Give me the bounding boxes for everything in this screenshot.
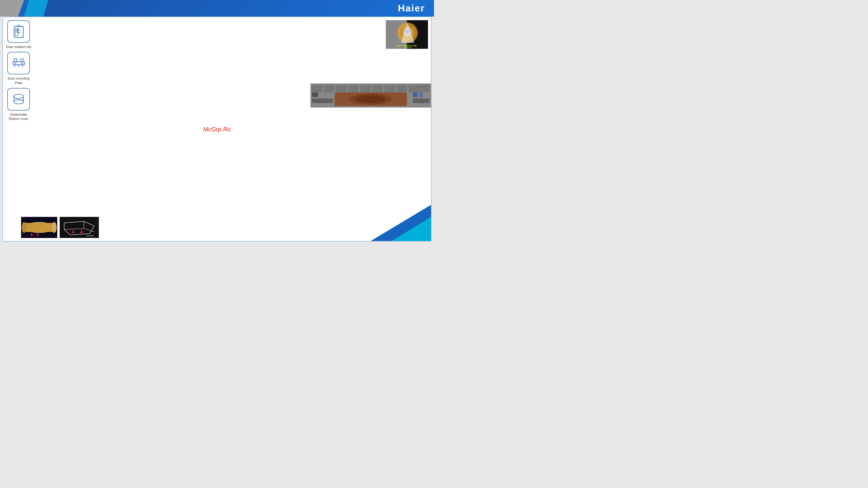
thumbnail-cover-diagram: DAWN xyxy=(60,217,99,238)
header: Haier xyxy=(0,0,434,17)
svg-rect-38 xyxy=(408,85,419,93)
svg-rect-35 xyxy=(372,85,383,93)
svg-rect-30 xyxy=(312,85,322,93)
svg-point-42 xyxy=(355,96,386,103)
svg-text:168mm: 168mm xyxy=(404,46,412,49)
icon-box-mounting xyxy=(7,52,30,74)
svg-rect-43 xyxy=(413,93,417,97)
brand-logo: Haier xyxy=(398,3,425,14)
cover-label: Detachable Bottom cover xyxy=(9,112,28,121)
svg-rect-50 xyxy=(24,223,54,232)
thumbnail-cylinder xyxy=(21,217,57,238)
svg-point-52 xyxy=(52,222,57,233)
svg-point-11 xyxy=(15,63,16,64)
svg-rect-36 xyxy=(384,85,395,93)
svg-text:DAWN: DAWN xyxy=(86,234,94,237)
bottom-right-pcb-image xyxy=(310,84,431,107)
sidebar-item-easy-mounting-plate: Easy mounting Plate xyxy=(6,52,31,85)
svg-rect-34 xyxy=(360,85,371,93)
sidebar-item-easy-support-clip: Easy support clip xyxy=(6,20,31,49)
svg-rect-32 xyxy=(336,85,347,93)
mounting-label: Easy mounting Plate xyxy=(8,76,30,85)
clip-icon xyxy=(11,24,26,39)
svg-rect-37 xyxy=(396,85,407,93)
clip-label: Easy support clip xyxy=(6,44,31,49)
cover-icon xyxy=(11,92,26,107)
svg-rect-47 xyxy=(312,98,333,103)
icon-box-cover xyxy=(7,88,30,110)
svg-point-51 xyxy=(22,222,27,233)
cover-removal-diagram: DAWN xyxy=(60,217,99,238)
left-sidebar: Easy support clip xyxy=(6,20,31,121)
svg-point-13 xyxy=(14,94,24,98)
watermark: McGrp.Ru xyxy=(203,126,230,133)
svg-rect-31 xyxy=(324,85,335,93)
bottom-right-decoration xyxy=(371,205,431,241)
mounting-icon xyxy=(11,56,26,71)
bottom-thumbnails: DAWN xyxy=(21,217,99,238)
svg-rect-39 xyxy=(419,85,430,93)
cylinder-arrow-diagram xyxy=(21,217,57,238)
svg-rect-33 xyxy=(348,85,359,93)
svg-rect-44 xyxy=(419,93,423,97)
icon-box-clip xyxy=(7,20,30,43)
deco-triangle-cyan xyxy=(392,217,431,241)
circular-component-diagram: 168mm xyxy=(386,20,428,49)
svg-point-12 xyxy=(22,63,23,64)
svg-rect-46 xyxy=(312,93,318,97)
top-right-image: 168mm xyxy=(386,20,428,49)
main-content: Easy support clip xyxy=(2,17,432,241)
pcb-diagram xyxy=(310,84,431,107)
sidebar-item-detachable-bottom-cover: Detachable Bottom cover xyxy=(6,88,31,121)
svg-rect-45 xyxy=(413,98,430,103)
